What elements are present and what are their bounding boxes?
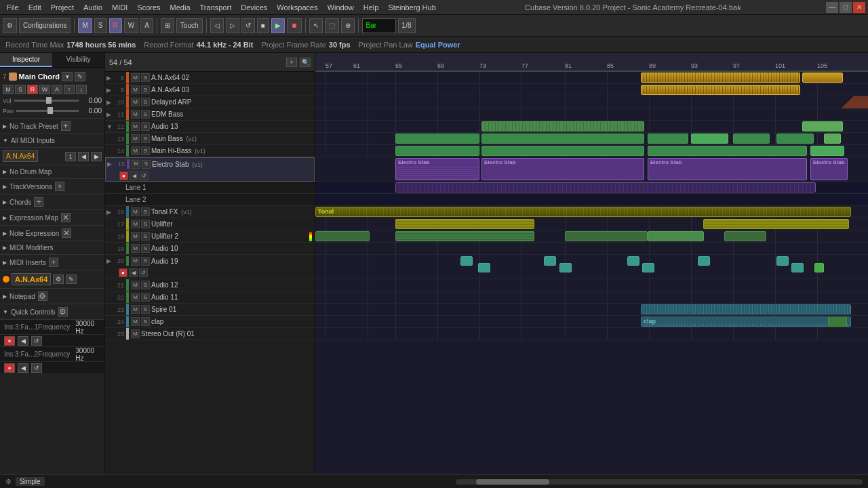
track-solo-button[interactable]: S xyxy=(141,305,150,314)
track-add-button[interactable]: + xyxy=(286,58,297,67)
inspector-track-settings-button[interactable]: ▾ xyxy=(62,72,73,81)
chords-add-button[interactable]: + xyxy=(34,197,43,207)
track-solo-button[interactable]: S xyxy=(141,293,150,302)
timeline-scrollbar[interactable] xyxy=(456,479,863,485)
track-versions-section[interactable]: ▶ TrackVersions + xyxy=(0,179,104,195)
inspector-monitor-button[interactable]: M xyxy=(3,85,14,94)
clip-tonal-fx[interactable]: Tonal xyxy=(315,207,851,217)
track-expand-icon[interactable]: ▶ xyxy=(106,111,113,118)
track-row[interactable]: 17 M S Uplifter xyxy=(105,218,315,230)
track-row[interactable]: ▶ 11 M S EDM Bass xyxy=(105,108,315,121)
track-expand-icon[interactable] xyxy=(106,306,113,313)
track-row[interactable]: 13 M S Main Bass (v1) xyxy=(105,133,315,145)
solo-button[interactable]: S xyxy=(94,18,107,33)
track-solo-button[interactable]: S xyxy=(141,220,150,228)
clip-audio19-1[interactable] xyxy=(460,256,473,266)
cycle-button[interactable]: ↺ xyxy=(241,18,255,33)
track-expand-icon[interactable]: ▶ xyxy=(106,99,113,106)
track-solo-button[interactable]: S xyxy=(141,134,150,143)
track-row[interactable]: 19 M S Audio 10 xyxy=(105,243,315,255)
track-solo-button[interactable]: S xyxy=(141,232,150,241)
pan-slider[interactable] xyxy=(16,110,79,112)
midi-inputs-section[interactable]: ▼ All MIDI Inputs xyxy=(0,134,104,148)
write-button[interactable]: W xyxy=(124,18,138,33)
track-mute-button[interactable]: M xyxy=(131,73,140,82)
track-mute-button[interactable]: M xyxy=(131,329,140,338)
clip-uplifter2-1[interactable] xyxy=(315,231,370,241)
track-solo-button[interactable]: S xyxy=(141,146,150,155)
inspector-down-button[interactable]: ↓ xyxy=(76,85,87,94)
clip-uplifter2-3[interactable] xyxy=(565,231,648,241)
clip[interactable] xyxy=(641,85,800,95)
track-row[interactable]: 14 M S Main Hi-Bass (v1) xyxy=(105,145,315,157)
clip-audio19-10[interactable] xyxy=(814,263,824,272)
track-expand-icon[interactable] xyxy=(106,245,113,252)
timeline[interactable]: 57 61 65 69 73 77 81 85 89 93 97 101 105 xyxy=(315,53,868,474)
quick-controls-section[interactable]: ▼ Quick Controls ⚙ xyxy=(0,304,104,320)
track-expand-icon[interactable]: ▶ xyxy=(106,87,113,94)
track-search-button[interactable]: 🔍 xyxy=(300,58,311,67)
track-mute-button[interactable]: M xyxy=(131,85,140,94)
track-expand-icon[interactable] xyxy=(106,331,113,338)
track-versions-add-button[interactable]: + xyxy=(55,182,64,191)
track-row[interactable]: ▶ 20 M S Audio 19 ● ◀ ↺ xyxy=(105,255,315,279)
auto-rewind-btn[interactable]: ◀ xyxy=(18,336,28,346)
record-arm-button[interactable]: ⏺ xyxy=(287,18,302,33)
tab-inspector[interactable]: Inspector xyxy=(0,53,52,67)
clip-uplifter-1[interactable] xyxy=(395,219,534,229)
track-solo-button[interactable]: S xyxy=(141,281,150,289)
menu-scores[interactable]: Scores xyxy=(133,2,164,13)
track-expand-icon[interactable] xyxy=(106,282,113,289)
track-loop-btn[interactable]: ↺ xyxy=(140,171,149,180)
track-expand-icon[interactable]: ▶ xyxy=(107,161,114,167)
inspector-record-button[interactable]: R xyxy=(27,85,38,94)
clip[interactable] xyxy=(802,121,843,131)
lane-row[interactable]: Lane 2 xyxy=(105,194,315,206)
volume-slider[interactable] xyxy=(14,100,79,102)
stop-button[interactable]: ■ xyxy=(257,18,269,33)
menu-project[interactable]: Project xyxy=(47,2,78,13)
instrument-edit-button[interactable]: ✎ xyxy=(66,274,77,284)
scrollbar-thumb[interactable] xyxy=(476,479,549,485)
track-solo-button[interactable]: S xyxy=(141,98,150,106)
track-preset-section[interactable]: ▶ No Track Preset + xyxy=(0,119,104,134)
select-tool[interactable]: ⬚ xyxy=(325,18,339,33)
track-row[interactable]: ▶ 9 M S A.N.Ax64 03 xyxy=(105,84,315,96)
note-expression-close-button[interactable]: ✕ xyxy=(62,228,71,238)
track-row[interactable]: 24 M S clap xyxy=(105,316,315,328)
nudge-right-button[interactable]: ▷ xyxy=(226,18,239,33)
tab-visibility[interactable]: Visibility xyxy=(52,53,104,67)
track-solo-button[interactable]: S xyxy=(141,244,150,253)
clip-clap-end[interactable] xyxy=(828,317,847,327)
track-record-btn[interactable]: ● xyxy=(119,171,128,180)
menu-help[interactable]: Help xyxy=(359,2,383,13)
clip-audio19-2[interactable] xyxy=(478,263,490,272)
read-button[interactable]: A xyxy=(140,18,153,33)
clip-audio19-3[interactable] xyxy=(544,256,556,266)
pointer-tool[interactable]: ↖ xyxy=(309,18,323,33)
track-expand-icon[interactable] xyxy=(106,221,113,228)
notepad-settings-button[interactable]: ⚙ xyxy=(38,291,47,301)
inspector-write-button[interactable]: W xyxy=(39,85,50,94)
clip-spire01[interactable] xyxy=(641,304,851,314)
menu-midi[interactable]: MIDI xyxy=(108,2,132,13)
touch-mode-dropdown[interactable]: Touch xyxy=(176,18,203,33)
play-button[interactable]: ▶ xyxy=(271,18,285,33)
clip-audio19-7[interactable] xyxy=(698,256,710,266)
gear-icon[interactable]: ⚙ xyxy=(5,478,12,485)
track-mute-button[interactable]: M xyxy=(131,305,140,314)
clip-audio19-5[interactable] xyxy=(627,256,639,266)
track-solo-button[interactable]: S xyxy=(141,317,150,326)
track-row[interactable]: 18 M S Uplifter 2 xyxy=(105,230,315,243)
track-mute-button[interactable]: M xyxy=(131,134,140,143)
track-mute-button[interactable]: M xyxy=(131,220,140,228)
auto2-rewind-btn[interactable]: ◀ xyxy=(18,363,28,373)
menu-transport[interactable]: Transport xyxy=(196,2,236,13)
clip-uplifter2-5[interactable] xyxy=(724,231,766,241)
menu-edit[interactable]: Edit xyxy=(24,2,45,13)
clip[interactable] xyxy=(691,134,728,144)
inspector-up-button[interactable]: ↑ xyxy=(64,85,75,94)
menu-workspaces[interactable]: Workspaces xyxy=(273,2,321,13)
note-expression-section[interactable]: ▶ Note Expression ✕ xyxy=(0,226,104,241)
window-minimize-button[interactable]: — xyxy=(826,2,838,13)
